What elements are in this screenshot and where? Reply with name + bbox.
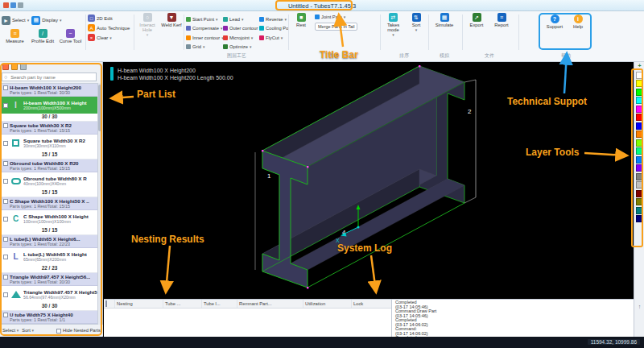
hide-nested-parts-toggle[interactable]: Hide Nested Parts xyxy=(56,328,101,334)
rest-button[interactable]: ■ Rest xyxy=(291,13,312,31)
part-item-checkbox[interactable] xyxy=(3,255,8,259)
start-point-button[interactable]: Start Point ▾ xyxy=(186,14,223,24)
nesting-results-table[interactable]: Nesting Tube ... Tube l... Remnant Part.… xyxy=(104,300,392,338)
add-part-cube-icon[interactable] xyxy=(2,64,9,70)
part-group-header[interactable]: U tube Width75 X Height40 Parts types: 1… xyxy=(2,311,97,324)
hide-nested-checkbox[interactable] xyxy=(56,329,61,334)
layer-color-swatch[interactable] xyxy=(636,122,643,130)
part-group-checkbox[interactable] xyxy=(3,85,8,90)
layer-color-swatch[interactable] xyxy=(636,173,643,180)
import-part-cube-icon[interactable] xyxy=(11,64,18,70)
part-group-header[interactable]: L tube(L) Width65 X Height6... Parts typ… xyxy=(2,235,97,248)
part-item[interactable]: C C Shape Width100 X Height 100mm(100mm)… xyxy=(2,210,97,227)
layer-color-swatch[interactable] xyxy=(636,156,643,164)
part-item-checkbox[interactable] xyxy=(3,217,8,222)
part-group-header[interactable]: C Shape Width100 X Height50 X .. Parts t… xyxy=(2,197,97,210)
scrollbar-thumb[interactable] xyxy=(98,85,101,131)
part-group-checkbox[interactable] xyxy=(3,199,8,204)
select-button[interactable]: ► Select ▾ xyxy=(2,13,29,27)
layer-color-swatch[interactable] xyxy=(636,198,643,205)
2d-edit-button[interactable]: □ 2D Edit xyxy=(88,14,134,22)
add-layer-icon[interactable]: + xyxy=(634,62,644,70)
part-item[interactable]: L L tube(L) Width65 X Height 65mm(65mm)X… xyxy=(2,248,97,265)
part-group-header[interactable]: Obround tube Width80 X R20 Parts types: … xyxy=(2,160,97,172)
curve-tool-button[interactable]: ~ Curve Tool xyxy=(57,29,84,44)
auto-technique-button[interactable]: A Auto Technique xyxy=(88,24,134,31)
compensate-button[interactable]: Compensate ▾ xyxy=(186,24,223,34)
weld-kerf-button[interactable]: ▼ Weld Kerf xyxy=(160,13,183,37)
display-button[interactable]: ▦ Display ▾ xyxy=(31,13,61,27)
layer-color-swatch[interactable] xyxy=(636,147,643,155)
save-icon[interactable] xyxy=(10,2,16,8)
column-header-nesting[interactable]: Nesting xyxy=(115,300,163,308)
remove-part-cube-icon[interactable] xyxy=(20,64,27,70)
part-item[interactable]: Triangle Width97.457 X Height5 56.64mm(9… xyxy=(2,286,97,303)
lead-button[interactable]: Lead ▾ xyxy=(223,14,259,24)
clear-button[interactable]: × Clear ▾ xyxy=(88,34,134,41)
quick-access-toolbar xyxy=(3,2,23,8)
part-group-header[interactable]: Triangle Width97.457 X Height56... Parts… xyxy=(2,273,97,286)
cooling-point-button[interactable]: Cooling Point ▾ xyxy=(259,24,289,34)
footer-sort-button[interactable]: Sort ▾ xyxy=(22,328,34,333)
viewport-3d[interactable]: 1 2 4 X H-beam Width100 X Height200 H-be… xyxy=(104,62,634,299)
part-list-scrollbar[interactable] xyxy=(98,83,101,325)
footer-select-button[interactable]: Select ▾ xyxy=(2,328,19,333)
support-button[interactable]: ? Support xyxy=(544,14,565,29)
part-item[interactable]: Obround tube Width80 X R 40mm(100mm)X40m… xyxy=(2,172,97,189)
column-header-tube[interactable]: Tube ... xyxy=(163,300,202,308)
takes-mode-button[interactable]: ⇄ Takes mode ▾ xyxy=(382,13,404,37)
part-item-selected[interactable]: I H-beam Width100 X Height 200mm(100mm)X… xyxy=(2,97,97,114)
part-item[interactable]: Square tube Width30 X R2 30mm(30mm)X110m… xyxy=(2,135,97,151)
part-group-checkbox[interactable] xyxy=(3,313,8,317)
part-group-header[interactable]: H-beam Width100 X Height200 Parts types:… xyxy=(2,84,97,97)
layer-color-swatch[interactable] xyxy=(636,164,643,172)
outer-contour-button[interactable]: Outer contour ▾ xyxy=(223,24,259,34)
inner-contour-button[interactable]: Inner contour ▾ xyxy=(186,33,223,43)
search-input[interactable] xyxy=(9,75,93,80)
joint-path-button[interactable]: Joint Path ▾ xyxy=(315,14,357,19)
part-group-checkbox[interactable] xyxy=(3,237,8,242)
reverse-button[interactable]: Reverse ▾ xyxy=(259,14,289,24)
column-header-utilization[interactable]: Utilization xyxy=(303,300,352,308)
profile-edit-button[interactable]: / Profile Edit xyxy=(29,29,56,44)
layer-color-swatch[interactable] xyxy=(636,89,643,96)
layer-color-swatch[interactable] xyxy=(636,181,643,188)
microjoint-button[interactable]: Microjoint ▾ xyxy=(223,33,259,43)
report-button[interactable]: ≡ Report xyxy=(491,13,512,27)
part-item-checkbox[interactable] xyxy=(3,141,8,146)
layer-color-swatch[interactable] xyxy=(636,72,643,79)
measure-button[interactable]: ≡ Measure xyxy=(2,29,28,44)
table-select-all-checkbox[interactable] xyxy=(104,300,115,308)
column-header-remnant[interactable]: Remnant Part... xyxy=(237,300,303,308)
column-header-lock[interactable]: Lock xyxy=(352,300,384,308)
layer-up-icon[interactable]: ↑ xyxy=(634,304,644,309)
part-group-header[interactable]: Square tube Width30 X R2 Parts types: 1 … xyxy=(2,122,97,135)
column-header-tube-length[interactable]: Tube l... xyxy=(202,300,237,308)
undo-icon[interactable] xyxy=(18,2,23,8)
layer-color-swatch[interactable] xyxy=(636,130,643,138)
part-item-checkbox[interactable] xyxy=(3,179,8,184)
grid-button[interactable]: Grid ▾ xyxy=(186,43,223,52)
interact-hole-button[interactable]: ○ Interact Hole ▾ xyxy=(136,13,159,37)
layer-color-swatch[interactable] xyxy=(636,106,643,113)
layer-color-swatch[interactable] xyxy=(636,215,643,222)
sort-button[interactable]: ⇅ Sort ▾ xyxy=(407,13,426,37)
flycut-button[interactable]: FlyCut ▾ xyxy=(259,33,289,43)
part-group-checkbox[interactable] xyxy=(3,275,8,280)
layer-color-swatch[interactable] xyxy=(636,114,643,121)
export-button[interactable]: ↗ Export xyxy=(465,13,488,27)
layer-color-swatch[interactable] xyxy=(636,207,643,214)
layer-color-swatch[interactable] xyxy=(636,97,643,104)
layer-color-swatch[interactable] xyxy=(636,139,643,147)
part-item-checkbox[interactable] xyxy=(3,292,8,297)
system-log[interactable]: Completed (03-17 14:05:46) Command:Draw … xyxy=(392,300,634,337)
merge-parts-in-tail-button[interactable]: Merge Parts in Tail xyxy=(315,23,357,31)
part-item-checkbox[interactable] xyxy=(3,103,8,108)
part-group-checkbox[interactable] xyxy=(3,123,8,128)
help-button[interactable]: i Help xyxy=(570,14,586,29)
optimize-button[interactable]: Optimize ▾ xyxy=(223,43,259,52)
layer-color-swatch[interactable] xyxy=(636,80,643,87)
part-group-checkbox[interactable] xyxy=(3,161,8,166)
simulate-button[interactable]: ▦ Simulate xyxy=(431,13,458,27)
layer-color-swatch[interactable] xyxy=(636,190,643,197)
